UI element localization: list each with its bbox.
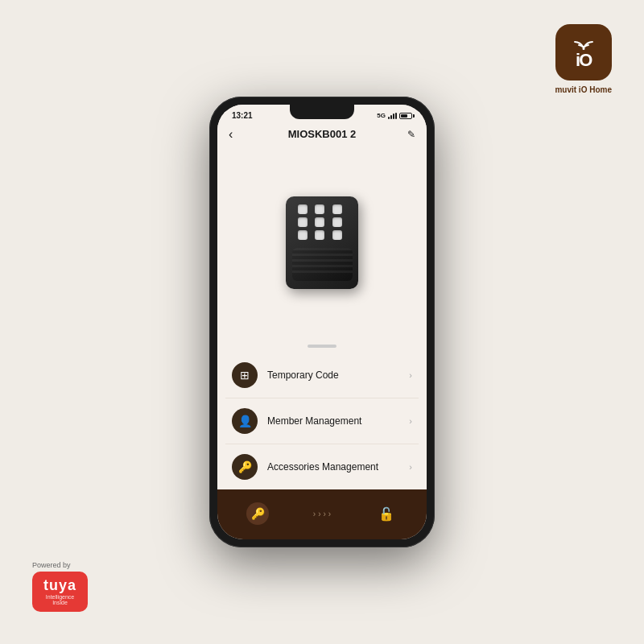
tuya-brand-text: tuya xyxy=(43,578,76,592)
key-icon: 🔑 xyxy=(238,460,252,473)
phone-screen: 13:21 5G ‹ MIOSKB001 2 ✎ xyxy=(217,105,427,539)
keypad-grid xyxy=(298,204,346,240)
nav-key-button[interactable]: 🔑 xyxy=(245,501,270,526)
menu-item-temporary-code[interactable]: ⊞ Temporary Code › xyxy=(225,353,419,398)
arrow-nav-icon: › xyxy=(313,510,316,518)
key-nav-icon: 🔑 xyxy=(246,502,269,525)
member-icon-bg: 👤 xyxy=(232,408,258,434)
nav-unlock-button[interactable]: 🔓 xyxy=(374,501,399,526)
tuya-sub-text: IntelligenceInside xyxy=(46,594,74,605)
grid-icon: ⊞ xyxy=(240,369,250,382)
logo-io-text: iO xyxy=(576,52,591,69)
chevron-right-icon: › xyxy=(409,416,412,426)
signal-icon xyxy=(388,113,397,119)
unlock-nav-icon: 🔓 xyxy=(378,506,394,522)
person-icon: 👤 xyxy=(238,415,252,427)
wifi-icon xyxy=(572,35,596,52)
key-box-bottom xyxy=(292,248,353,281)
accessories-icon-bg: 🔑 xyxy=(232,454,258,480)
temporary-code-label: Temporary Code xyxy=(267,369,409,381)
nav-arrows-button[interactable]: › › › › xyxy=(309,501,335,526)
drag-indicator xyxy=(217,340,427,353)
muvit-logo-icon: iO xyxy=(555,24,612,80)
tuya-badge: Powered by tuya IntelligenceInside xyxy=(32,561,88,612)
keypad-dot xyxy=(298,217,308,227)
keypad-dot xyxy=(298,204,308,214)
menu-item-member-management[interactable]: 👤 Member Management › xyxy=(225,398,419,444)
keypad-dot xyxy=(332,204,342,214)
device-image-area xyxy=(217,145,427,340)
device-image xyxy=(286,196,358,289)
temporary-code-icon-bg: ⊞ xyxy=(232,362,258,388)
keypad-dot xyxy=(298,230,308,240)
chevron-right-icon: › xyxy=(409,462,412,472)
edit-button[interactable]: ✎ xyxy=(407,129,415,140)
status-time: 13:21 xyxy=(232,111,253,120)
app-header: ‹ MIOSKB001 2 ✎ xyxy=(217,123,427,145)
menu-item-accessories-management[interactable]: 🔑 Accessories Management › xyxy=(225,444,419,489)
keypad-dot xyxy=(315,204,324,214)
powered-by-label: Powered by xyxy=(32,561,71,569)
chevron-right-icon: › xyxy=(409,370,412,380)
status-right: 5G xyxy=(377,112,412,119)
tuya-box: tuya IntelligenceInside xyxy=(32,572,88,612)
keypad-dot xyxy=(332,230,342,240)
member-management-label: Member Management xyxy=(267,415,409,427)
arrow-nav-icon: › xyxy=(318,510,320,518)
menu-list: ⊞ Temporary Code › 👤 Member Management › xyxy=(217,353,427,489)
logo-brand-text: muvit iO Home xyxy=(555,85,612,94)
signal-label: 5G xyxy=(377,112,386,119)
keypad-dot xyxy=(332,217,342,227)
drag-bar xyxy=(308,345,336,348)
phone-notch xyxy=(290,105,354,119)
keypad-dot xyxy=(315,230,324,240)
accessories-management-label: Accessories Management xyxy=(267,461,409,473)
page-title: MIOSKB001 2 xyxy=(288,128,357,140)
arrow-nav-icon: › xyxy=(328,510,331,518)
phone-body: 13:21 5G ‹ MIOSKB001 2 ✎ xyxy=(209,97,435,547)
phone-container: 13:21 5G ‹ MIOSKB001 2 ✎ xyxy=(209,97,435,547)
keypad-dot xyxy=(315,217,324,227)
arrow-nav-icon: › xyxy=(324,510,326,518)
logo-area: iO muvit iO Home xyxy=(555,24,612,94)
battery-icon xyxy=(399,113,412,119)
back-button[interactable]: ‹ xyxy=(229,127,233,142)
bottom-nav: 🔑 › › › › 🔓 xyxy=(217,489,427,539)
